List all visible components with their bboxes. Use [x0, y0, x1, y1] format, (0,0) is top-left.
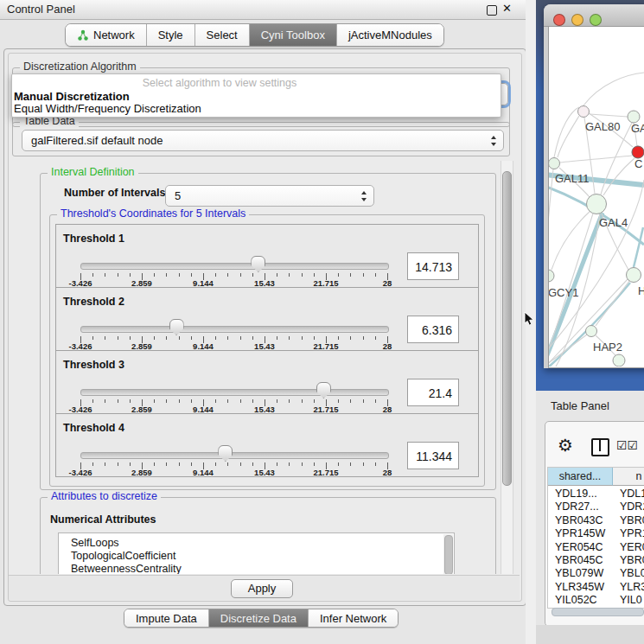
bottom-tab-infer-network[interactable]: Infer Network: [308, 609, 398, 627]
network-node-gal80[interactable]: [578, 106, 590, 118]
network-node-c[interactable]: [632, 146, 644, 158]
network-window-titlebar[interactable]: [544, 4, 644, 27]
tab-label: Select: [207, 29, 238, 41]
minor-tick: [302, 399, 303, 403]
table-cell: YBR045C: [555, 554, 603, 567]
num-intervals-combobox[interactable]: 5: [165, 185, 374, 207]
zoom-light-icon[interactable]: [590, 14, 602, 26]
network-node[interactable]: [613, 354, 625, 367]
gear-icon[interactable]: ⚙: [558, 435, 573, 456]
below-table-area: [536, 625, 644, 644]
table-cell: YBR0: [620, 554, 644, 567]
dropdown-option[interactable]: Equal Width/Frequency Discretization: [14, 102, 201, 115]
table-data-combobox[interactable]: galFiltered.sif default node: [22, 130, 504, 151]
table-row[interactable]: YBR045CYBR0: [548, 554, 644, 567]
table-hscrollbar[interactable]: [552, 608, 644, 616]
threshold-label: Threshold 2: [63, 296, 124, 308]
list-scrollbar[interactable]: [443, 534, 453, 574]
minor-tick: [215, 273, 216, 277]
attributes-group: Attributes to discretize Numerical Attri…: [40, 497, 496, 574]
minor-tick: [166, 336, 167, 340]
slider-thumb[interactable]: [218, 445, 233, 462]
table-row[interactable]: YDL19...YDL1: [548, 488, 644, 501]
network-node-hap2[interactable]: [586, 326, 597, 337]
group-label: Threshold's Coordinates for 5 Intervals: [57, 207, 249, 220]
column-header[interactable]: shared...: [548, 468, 613, 486]
network-node-gal11[interactable]: [549, 158, 560, 169]
table-row[interactable]: YBL079WYBL0: [548, 567, 644, 580]
numerical-attributes-list[interactable]: SelfLoopsTopologicalCoefficientBetweenne…: [58, 532, 455, 574]
table-row[interactable]: YDR27...YDR2: [548, 501, 644, 513]
network-node-gcy1[interactable]: [549, 270, 554, 282]
tab-jactivemnodules[interactable]: jActiveMNodules: [336, 24, 443, 46]
network-node-ga[interactable]: [628, 111, 640, 123]
slider-track[interactable]: [80, 263, 389, 270]
minor-tick: [105, 273, 105, 277]
threshold-label: Threshold 3: [63, 359, 124, 371]
table-data-value: galFiltered.sif default node: [31, 131, 163, 150]
network-edge: [558, 116, 579, 157]
network-edge: [560, 156, 632, 163]
list-item[interactable]: BetweennessCentrality: [71, 563, 182, 574]
threshold-value-field[interactable]: 14.713: [407, 252, 459, 280]
minor-tick: [154, 462, 155, 466]
settings-scrollbar[interactable]: [501, 161, 513, 574]
close-light-icon[interactable]: [553, 14, 565, 26]
list-item[interactable]: TopologicalCoefficient: [71, 550, 175, 562]
network-edge-thick: [634, 227, 643, 267]
apply-button[interactable]: Apply: [231, 579, 293, 598]
tab-network[interactable]: Network: [66, 24, 146, 46]
list-item[interactable]: SelfLoops: [71, 537, 119, 549]
network-node-h[interactable]: [627, 268, 641, 283]
table-row[interactable]: YBR043CYBR0: [548, 514, 644, 527]
minor-tick: [191, 336, 192, 340]
minor-tick: [289, 336, 290, 340]
table-cell: YDR2: [620, 501, 644, 513]
table-cell: YBL079W: [555, 567, 603, 580]
bottom-tab-discretize-data[interactable]: Discretize Data: [208, 609, 308, 627]
slider-thumb[interactable]: [251, 256, 265, 272]
minor-tick: [314, 336, 315, 340]
bottom-tab-impute-data[interactable]: Impute Data: [124, 609, 208, 627]
minor-tick: [191, 273, 192, 277]
slider-thumb[interactable]: [316, 382, 331, 399]
interval-definition-group: Interval Definition Number of Intervals …: [40, 173, 496, 490]
threshold-label: Threshold 4: [63, 422, 124, 434]
algorithm-dropdown-popup: Select algorithm to view settings Manual…: [11, 73, 501, 118]
slider-track[interactable]: [80, 326, 389, 333]
slider-track[interactable]: [80, 389, 389, 396]
screen: Control Panel ✕ NetworkStyleSelectCyni T…: [0, 0, 644, 644]
slider-track[interactable]: [80, 452, 389, 459]
node-label: C: [634, 157, 642, 170]
table-row[interactable]: YPR145WYPR1: [548, 527, 644, 540]
minor-tick: [166, 399, 167, 403]
table-row[interactable]: YER054CYER0: [548, 541, 644, 554]
tab-select[interactable]: Select: [194, 24, 249, 46]
table-cell: YPR1: [620, 527, 644, 540]
combo-spinner-icon: [361, 191, 367, 201]
checkbox-icons[interactable]: ☑☑: [616, 438, 638, 452]
float-window-icon[interactable]: [487, 5, 497, 16]
tab-label: Cyni Toolbox: [261, 29, 325, 41]
tab-style[interactable]: Style: [146, 24, 194, 46]
minor-tick: [130, 399, 131, 403]
minor-tick: [130, 336, 131, 340]
column-header[interactable]: n: [613, 468, 644, 486]
close-icon[interactable]: ✕: [502, 2, 512, 15]
slider-thumb[interactable]: [169, 319, 184, 335]
threshold-value-field[interactable]: 21.4: [407, 379, 459, 406]
split-view-icon[interactable]: [591, 438, 609, 456]
minor-tick: [240, 336, 241, 340]
control-panel-title: Control Panel: [7, 3, 75, 16]
tab-cyni-toolbox[interactable]: Cyni Toolbox: [249, 24, 336, 46]
minor-tick: [154, 336, 155, 340]
network-node-gal4[interactable]: [587, 194, 607, 214]
dropdown-option[interactable]: Manual Discretization: [14, 90, 130, 103]
threshold-value-field[interactable]: 6.316: [407, 316, 459, 343]
table-row[interactable]: YLR345WYLR3: [548, 581, 644, 594]
threshold-value-field[interactable]: 11.344: [407, 442, 459, 469]
dropdown-hint: Select algorithm to view settings: [12, 77, 427, 89]
minimize-light-icon[interactable]: [571, 14, 583, 26]
minor-tick: [277, 399, 277, 403]
table-row[interactable]: YIL052CYIL0: [548, 594, 644, 607]
